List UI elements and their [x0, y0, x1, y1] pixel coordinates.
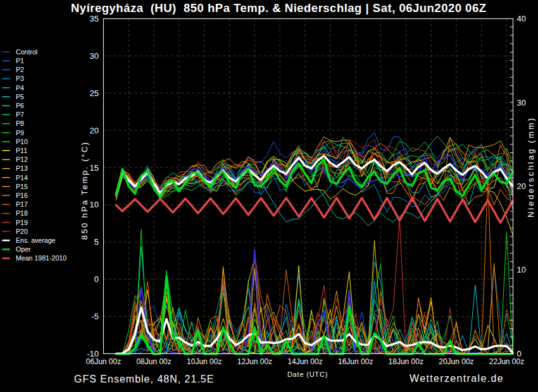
svg-text:P16: P16 — [16, 192, 28, 199]
svg-text:16Jun 00z: 16Jun 00z — [338, 357, 373, 366]
svg-text:850 hPa Temp. (°C): 850 hPa Temp. (°C) — [80, 141, 89, 240]
svg-text:08Jun 00z: 08Jun 00z — [136, 357, 171, 366]
svg-text:10: 10 — [90, 200, 99, 209]
svg-text:06Jun 00z: 06Jun 00z — [86, 357, 121, 366]
svg-text:30: 30 — [90, 51, 99, 61]
svg-text:Control: Control — [16, 48, 37, 56]
svg-text:P6: P6 — [16, 102, 24, 109]
svg-text:25: 25 — [90, 89, 99, 98]
svg-text:15: 15 — [90, 163, 99, 173]
svg-text:P17: P17 — [16, 200, 28, 208]
svg-text:30: 30 — [517, 98, 526, 107]
svg-text:P14: P14 — [16, 174, 28, 181]
svg-text:Mean 1981-2010: Mean 1981-2010 — [16, 254, 66, 262]
svg-text:P12: P12 — [16, 156, 28, 163]
svg-text:P4: P4 — [16, 84, 24, 92]
svg-text:Date (UTC): Date (UTC) — [287, 371, 328, 378]
svg-text:P2: P2 — [16, 66, 24, 73]
svg-text:P15: P15 — [16, 183, 28, 190]
svg-text:P8: P8 — [16, 119, 24, 127]
svg-text:18Jun 00z: 18Jun 00z — [389, 357, 423, 366]
svg-text:P9: P9 — [16, 129, 24, 137]
svg-text:20: 20 — [90, 126, 99, 135]
svg-text:P7: P7 — [16, 111, 24, 118]
svg-text:P20: P20 — [16, 228, 28, 235]
svg-text:22Jun 00z: 22Jun 00z — [489, 357, 524, 366]
svg-text:P1: P1 — [16, 57, 24, 64]
svg-text:Ens. average: Ens. average — [16, 236, 56, 244]
svg-text:35: 35 — [90, 14, 99, 23]
svg-text:Nyíregyháza (HU) 850 hPa Tem: Nyíregyháza (HU) 850 hPa Temp. & Nieders… — [71, 1, 486, 15]
svg-text:20: 20 — [517, 181, 526, 191]
svg-text:14Jun 00z: 14Jun 00z — [287, 357, 322, 366]
svg-text:P19: P19 — [16, 219, 28, 226]
svg-text:10: 10 — [517, 265, 526, 274]
svg-text:P13: P13 — [16, 164, 28, 172]
svg-text:P11: P11 — [16, 147, 27, 154]
svg-text:5: 5 — [94, 237, 99, 247]
svg-text:40: 40 — [517, 14, 526, 23]
svg-text:Wetterzentrale.de: Wetterzentrale.de — [410, 373, 504, 384]
svg-text:P5: P5 — [16, 93, 24, 101]
svg-text:0: 0 — [94, 274, 99, 284]
svg-text:P3: P3 — [16, 75, 24, 82]
svg-text:-5: -5 — [91, 312, 99, 321]
svg-text:Niederschlag (mm): Niederschlag (mm) — [526, 116, 535, 217]
svg-text:P18: P18 — [16, 209, 28, 217]
svg-text:10Jun 00z: 10Jun 00z — [187, 357, 222, 366]
svg-text:P10: P10 — [16, 138, 28, 145]
svg-text:20Jun 00z: 20Jun 00z — [439, 357, 473, 366]
svg-text:GFS Ensemble, 48N, 21.5E: GFS Ensemble, 48N, 21.5E — [74, 374, 214, 384]
svg-text:12Jun 00z: 12Jun 00z — [237, 357, 272, 366]
svg-text:Oper: Oper — [16, 245, 31, 253]
